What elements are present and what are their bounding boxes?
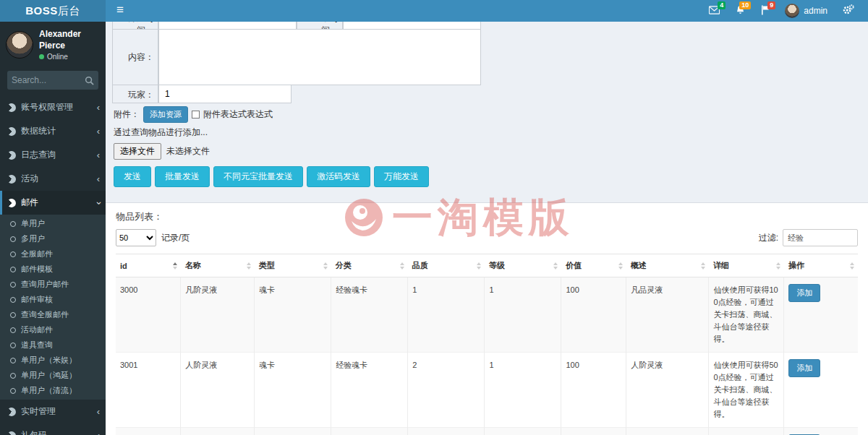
chevron-left-icon: ‹ (97, 128, 100, 135)
user-menu[interactable]: admin (778, 0, 835, 22)
sidebar-item-data-stats[interactable]: 数据统计‹ (0, 119, 106, 143)
subitem-single-user[interactable]: 单用户 (0, 216, 106, 231)
col-header-value[interactable]: 价值 (561, 254, 626, 277)
calendar-icon[interactable] (469, 22, 477, 23)
subitem-query-all-server-mail[interactable]: 查询全服邮件 (0, 307, 106, 322)
brand-logo[interactable]: BOSS后台 (0, 0, 106, 22)
sidebar-item-label: 账号权限管理 (21, 101, 73, 113)
activation-code-send-button[interactable]: 激活码发送 (307, 166, 370, 187)
col-header-type[interactable]: 类型 (255, 254, 331, 277)
cell-name: 地阶灵液 (181, 428, 255, 435)
end-time-label: 结束时间： (297, 22, 343, 29)
circle-icon (10, 388, 16, 394)
avatar (785, 4, 799, 18)
col-header-name[interactable]: 名称 (181, 254, 255, 277)
table-header-row: id 名称 类型 分类 品质 等级 价值 概述 详细 操作 (116, 254, 858, 277)
sidebar-item-log-query[interactable]: 日志查询‹ (0, 143, 106, 167)
sidebar-item-label: 邮件 (21, 197, 38, 209)
sort-icon[interactable] (701, 262, 705, 270)
col-header-detail[interactable]: 详细 (709, 254, 784, 277)
subitem-mail-template[interactable]: 邮件模板 (0, 262, 106, 277)
sort-icon[interactable] (618, 262, 623, 270)
diff-ingot-batch-send-button[interactable]: 不同元宝批量发送 (213, 166, 303, 187)
items-table: id 名称 类型 分类 品质 等级 价值 概述 详细 操作 3000 (116, 254, 858, 435)
table-row: 3001 人阶灵液 魂卡 经验魂卡 2 1 100 人阶灵液 仙侠使用可获得50… (116, 353, 858, 428)
start-time-input[interactable]: 2021-11-26 16:16:21 (158, 22, 297, 29)
sidebar-item-label: 数据统计 (21, 125, 56, 137)
page-size-select[interactable]: 50 (116, 229, 156, 246)
avatar (6, 31, 33, 59)
notifications-badge: 10 (739, 1, 751, 9)
col-header-category[interactable]: 分类 (331, 254, 408, 277)
universal-send-button[interactable]: 万能发送 (374, 166, 429, 187)
sidebar: Alexander Pierce Online 账号权限管理‹ 数据统计‹ 日志… (0, 22, 106, 435)
sidebar-item-activity[interactable]: 活动‹ (0, 167, 106, 191)
subitem-query-user-mail[interactable]: 查询用户邮件 (0, 277, 106, 292)
subitem-mail-review[interactable]: 邮件审核 (0, 292, 106, 307)
add-item-button[interactable]: 添加 (788, 284, 820, 302)
send-button[interactable]: 发送 (114, 166, 151, 187)
col-header-id[interactable]: id (116, 254, 181, 277)
end-time-input[interactable]: 2021-11-29 16:16:24 (343, 22, 481, 29)
brand-rest: 后台 (58, 4, 80, 17)
sidebar-item-realtime[interactable]: 实时管理‹ (0, 400, 106, 423)
sort-icon[interactable] (247, 262, 251, 270)
filter-input[interactable] (783, 229, 858, 246)
online-status-dot (39, 54, 44, 59)
col-header-action[interactable]: 操作 (784, 254, 858, 277)
chevron-left-icon: ‹ (97, 152, 100, 159)
sort-icon[interactable] (323, 262, 328, 270)
subitem-all-server-mail[interactable]: 全服邮件 (0, 246, 106, 262)
col-header-level[interactable]: 等级 (485, 254, 561, 277)
circle-icon (10, 221, 16, 227)
mail-submenu: 单用户 多用户 全服邮件 邮件模板 查询用户邮件 邮件审核 查询全服邮件 活动邮… (0, 215, 106, 400)
search-icon[interactable] (85, 76, 94, 85)
subitem-single-user-qingliu[interactable]: 单用户（清流） (0, 383, 106, 398)
cell-quality: 2 (408, 353, 485, 428)
sidebar-item-label: 实时管理 (21, 405, 56, 418)
calendar-icon[interactable] (285, 22, 293, 23)
chevron-down-icon: ‹ (95, 202, 102, 204)
cell-summary: 凡品灵液 (626, 277, 709, 353)
cell-name: 人阶灵液 (181, 353, 255, 428)
sidebar-user-name: Alexander Pierce (39, 29, 100, 51)
messages-menu[interactable]: 4 (701, 0, 728, 22)
batch-send-button[interactable]: 批量发送 (155, 166, 210, 187)
pie-chart-icon (6, 149, 18, 161)
content-textarea[interactable] (159, 30, 480, 85)
sort-icon[interactable] (850, 262, 854, 270)
subitem-single-user-hongyan[interactable]: 单用户（鸿延） (0, 368, 106, 383)
col-header-quality[interactable]: 品质 (408, 254, 485, 277)
add-resource-button[interactable]: 添加资源 (143, 106, 188, 123)
sidebar-toggle-button[interactable]: ≡ (106, 0, 135, 22)
search-input[interactable] (12, 75, 85, 85)
col-header-summary[interactable]: 概述 (626, 254, 709, 277)
subitem-activity-mail[interactable]: 活动邮件 (0, 322, 106, 337)
cell-level: 1 (485, 353, 561, 428)
sidebar-item-account-permissions[interactable]: 账号权限管理‹ (0, 95, 106, 119)
notifications-menu[interactable]: 10 (728, 0, 753, 22)
subitem-single-user-miyu[interactable]: 单用户（米娱） (0, 353, 106, 368)
sort-icon[interactable] (477, 262, 481, 270)
tasks-menu[interactable]: 9 (753, 0, 778, 22)
chevron-left-icon: ‹ (97, 176, 100, 183)
sort-icon[interactable] (776, 262, 780, 270)
player-input[interactable] (159, 85, 291, 103)
subitem-item-query[interactable]: 道具查询 (0, 337, 106, 353)
cell-category: 经验魂卡 (331, 353, 408, 428)
control-sidebar-toggle[interactable] (835, 0, 862, 22)
choose-file-button[interactable]: 选择文件 (114, 143, 161, 160)
attachment-expression-checkbox[interactable] (192, 111, 200, 119)
sidebar-item-mail[interactable]: 邮件‹ (0, 191, 106, 215)
circle-icon (10, 373, 16, 379)
cell-quality: 1 (408, 277, 485, 353)
add-item-button[interactable]: 添加 (788, 359, 820, 377)
sort-icon[interactable] (553, 262, 558, 270)
sidebar-item-label: 日志查询 (21, 149, 56, 161)
sort-icon[interactable] (400, 262, 404, 270)
chevron-left-icon: ‹ (97, 432, 100, 435)
sort-icon[interactable] (173, 262, 177, 270)
cell-level: 1 (485, 428, 561, 435)
sidebar-item-gift-code[interactable]: 礼包码‹ (0, 423, 106, 435)
subitem-multi-user[interactable]: 多用户 (0, 231, 106, 246)
